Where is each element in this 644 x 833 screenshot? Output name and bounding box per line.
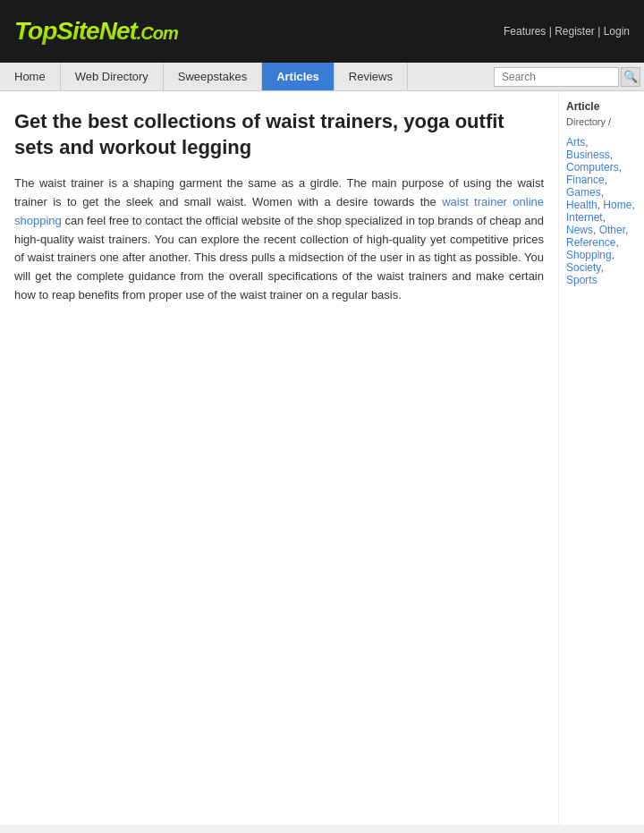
article-body-after-link: can feel free to contact the official we… bbox=[14, 214, 544, 302]
search-input[interactable] bbox=[494, 67, 619, 87]
features-link[interactable]: Features bbox=[504, 25, 546, 38]
logo[interactable]: TopSiteNet.Com bbox=[14, 17, 178, 46]
sidebar-link-news[interactable]: News bbox=[566, 224, 593, 236]
header: TopSiteNet.Com Features | Register | Log… bbox=[0, 0, 644, 63]
nav-reviews[interactable]: Reviews bbox=[335, 63, 408, 90]
sidebar-link-society[interactable]: Society bbox=[566, 261, 600, 274]
sidebar: Article Directory / Arts, Business, Comp… bbox=[558, 91, 644, 825]
article-title: Get the best collections of waist traine… bbox=[14, 109, 544, 160]
sidebar-link-shopping[interactable]: Shopping bbox=[566, 249, 612, 261]
sidebar-link-other[interactable]: Other bbox=[599, 224, 625, 236]
sidebar-link-sports[interactable]: Sports bbox=[566, 274, 597, 286]
sidebar-link-reference[interactable]: Reference bbox=[566, 236, 615, 249]
article-content: Get the best collections of waist traine… bbox=[0, 91, 558, 825]
search-area: 🔍 bbox=[494, 67, 644, 87]
sidebar-link-home[interactable]: Home bbox=[603, 199, 631, 211]
sidebar-breadcrumb: Directory / bbox=[566, 116, 637, 127]
login-link[interactable]: Login bbox=[604, 25, 630, 38]
sidebar-link-health[interactable]: Health bbox=[566, 199, 597, 211]
sidebar-links: Arts, Business, Computers, Finance, Game… bbox=[566, 136, 637, 286]
sidebar-link-games[interactable]: Games bbox=[566, 186, 601, 199]
sidebar-title: Article bbox=[566, 100, 637, 113]
nav-sweepstakes[interactable]: Sweepstakes bbox=[164, 63, 262, 90]
header-links: Features | Register | Login bbox=[504, 25, 630, 38]
nav-web-directory[interactable]: Web Directory bbox=[61, 63, 164, 90]
sidebar-link-business[interactable]: Business bbox=[566, 149, 610, 161]
navbar: Home Web Directory Sweepstakes Articles … bbox=[0, 63, 644, 91]
sidebar-link-finance[interactable]: Finance bbox=[566, 174, 605, 186]
nav-home[interactable]: Home bbox=[0, 63, 61, 90]
register-link[interactable]: Register bbox=[555, 25, 595, 38]
nav-articles[interactable]: Articles bbox=[262, 63, 335, 90]
sidebar-link-computers[interactable]: Computers bbox=[566, 161, 619, 174]
main-content: Get the best collections of waist traine… bbox=[0, 91, 644, 825]
search-button[interactable]: 🔍 bbox=[621, 67, 640, 87]
article-body: The waist trainer is a shaping garment t… bbox=[14, 174, 544, 305]
sidebar-link-internet[interactable]: Internet bbox=[566, 211, 603, 224]
sidebar-link-arts[interactable]: Arts bbox=[566, 136, 585, 149]
logo-text: TopSiteNet.Com bbox=[14, 17, 178, 46]
